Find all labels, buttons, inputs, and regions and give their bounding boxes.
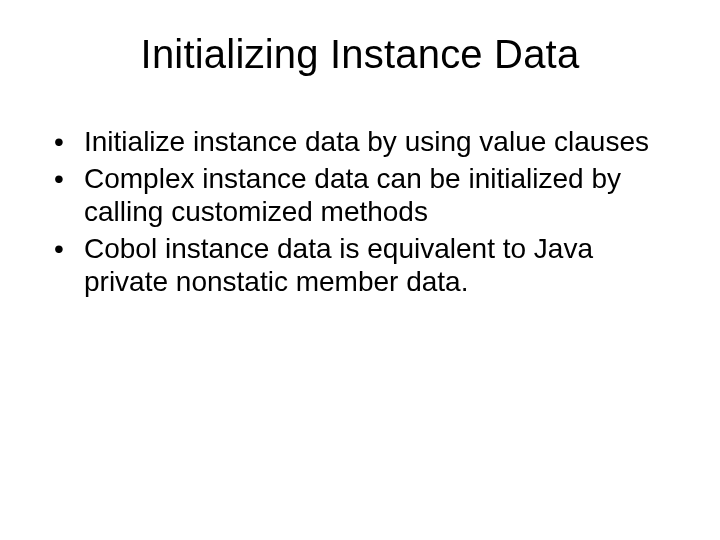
bullet-list: Initialize instance data by using value … (40, 125, 680, 298)
slide: Initializing Instance Data Initialize in… (0, 0, 720, 540)
bullet-item: Complex instance data can be initialized… (50, 162, 674, 228)
bullet-item: Initialize instance data by using value … (50, 125, 674, 158)
slide-title: Initializing Instance Data (40, 32, 680, 77)
bullet-item: Cobol instance data is equivalent to Jav… (50, 232, 674, 298)
